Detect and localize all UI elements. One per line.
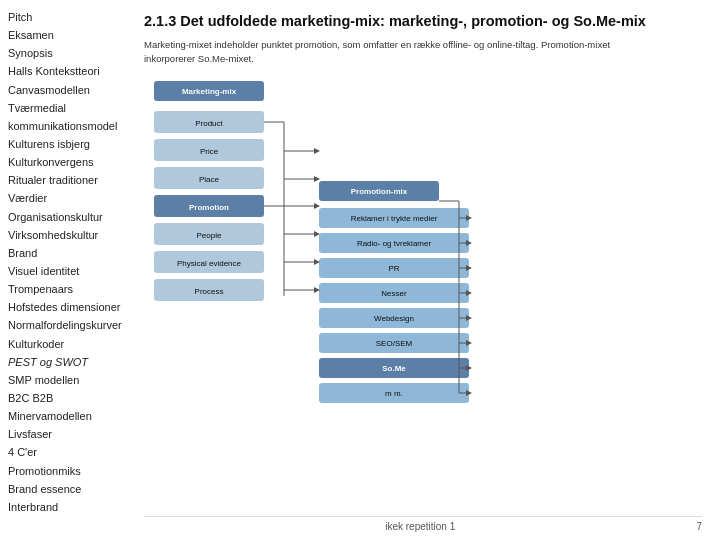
- svg-text:Product: Product: [195, 119, 223, 128]
- sidebar-item[interactable]: Normalfordelingskurver: [6, 316, 124, 334]
- sidebar-item[interactable]: Hofstedes dimensioner: [6, 298, 124, 316]
- svg-text:Marketing-mix: Marketing-mix: [182, 87, 237, 96]
- sidebar-item[interactable]: Eksamen: [6, 26, 124, 44]
- sidebar-item[interactable]: Promotionmiks: [6, 462, 124, 480]
- svg-text:Promotion-mix: Promotion-mix: [351, 187, 408, 196]
- sidebar-item[interactable]: Livsfaser: [6, 425, 124, 443]
- description-text: Marketing-mixet indeholder punktet promo…: [144, 38, 644, 67]
- main-content: 2.1.3 Det udfoldede marketing-mix: marke…: [130, 0, 720, 540]
- svg-text:m m.: m m.: [385, 389, 403, 398]
- sidebar-item[interactable]: Visuel identitet: [6, 262, 124, 280]
- svg-text:PR: PR: [388, 264, 399, 273]
- sidebar-item[interactable]: Brand essence: [6, 480, 124, 498]
- sidebar-item[interactable]: Tværmedial: [6, 99, 124, 117]
- svg-text:Price: Price: [200, 147, 219, 156]
- svg-text:So.Me: So.Me: [382, 364, 406, 373]
- sidebar-item[interactable]: Kulturens isbjerg: [6, 135, 124, 153]
- svg-text:SEO/SEM: SEO/SEM: [376, 339, 413, 348]
- sidebar-item[interactable]: Kulturkonvergens: [6, 153, 124, 171]
- sidebar-item[interactable]: SMP modellen: [6, 371, 124, 389]
- svg-text:Radio- og tvreklamer: Radio- og tvreklamer: [357, 239, 432, 248]
- svg-text:People: People: [197, 231, 222, 240]
- sidebar-item[interactable]: Synopsis: [6, 44, 124, 62]
- svg-text:Physical evidence: Physical evidence: [177, 259, 242, 268]
- footer-right: 7: [696, 521, 702, 532]
- diagram-area: Marketing-mix Product Price Place Promot…: [144, 76, 702, 512]
- footer-center: ikek repetition 1: [385, 521, 455, 532]
- svg-text:Webdesign: Webdesign: [374, 314, 414, 323]
- sidebar-item[interactable]: Minervamodellen: [6, 407, 124, 425]
- svg-text:Place: Place: [199, 175, 220, 184]
- sidebar-item[interactable]: Værdier: [6, 189, 124, 207]
- sidebar-item[interactable]: Halls Kontekstteori: [6, 62, 124, 80]
- sidebar-item[interactable]: kommunikationsmodel: [6, 117, 124, 135]
- sidebar-item[interactable]: 4 C'er: [6, 443, 124, 461]
- svg-text:Process: Process: [195, 287, 224, 296]
- sidebar-item[interactable]: B2C B2B: [6, 389, 124, 407]
- svg-text:Promotion: Promotion: [189, 203, 229, 212]
- sidebar: PitchEksamenSynopsisHalls KontekstteoriC…: [0, 0, 130, 540]
- sidebar-item[interactable]: Virksomhedskultur: [6, 226, 124, 244]
- sidebar-item[interactable]: Interbrand: [6, 498, 124, 516]
- svg-text:Reklamer i trykte medier: Reklamer i trykte medier: [351, 214, 438, 223]
- sidebar-item[interactable]: Trompenaars: [6, 280, 124, 298]
- footer: ikek repetition 1 7: [144, 516, 702, 532]
- sidebar-item[interactable]: Pitch: [6, 8, 124, 26]
- sidebar-item[interactable]: Kulturkoder: [6, 335, 124, 353]
- sidebar-item[interactable]: Canvasmodellen: [6, 81, 124, 99]
- svg-text:Nesser: Nesser: [381, 289, 407, 298]
- sidebar-item[interactable]: Brand: [6, 244, 124, 262]
- sidebar-item[interactable]: PEST og SWOT: [6, 353, 124, 371]
- sidebar-item[interactable]: Organisationskultur: [6, 208, 124, 226]
- page-title: 2.1.3 Det udfoldede marketing-mix: marke…: [144, 12, 702, 32]
- sidebar-item[interactable]: Ritualer traditioner: [6, 171, 124, 189]
